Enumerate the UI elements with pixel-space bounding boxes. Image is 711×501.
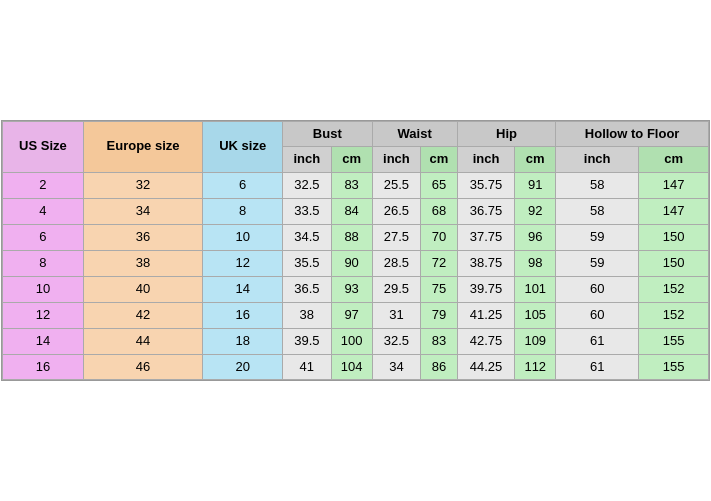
table-cell: 93 — [331, 276, 372, 302]
table-cell: 38 — [283, 302, 332, 328]
table-cell: 39.5 — [283, 328, 332, 354]
table-cell: 8 — [203, 199, 283, 225]
table-body: 232632.58325.56535.759158147434833.58426… — [3, 173, 709, 380]
table-cell: 34 — [83, 199, 203, 225]
table-cell: 112 — [515, 354, 556, 380]
table-cell: 92 — [515, 199, 556, 225]
size-chart-wrapper: US Size Europe size UK size Bust Waist H… — [1, 120, 710, 382]
waist-inch-header: inch — [372, 147, 421, 173]
table-cell: 101 — [515, 276, 556, 302]
table-cell: 16 — [203, 302, 283, 328]
table-cell: 83 — [421, 328, 457, 354]
table-cell: 32.5 — [372, 328, 421, 354]
table-cell: 28.5 — [372, 251, 421, 277]
table-cell: 155 — [639, 354, 709, 380]
col-header-eu: Europe size — [83, 121, 203, 173]
table-row: 232632.58325.56535.759158147 — [3, 173, 709, 199]
table-cell: 26.5 — [372, 199, 421, 225]
table-cell: 152 — [639, 276, 709, 302]
table-cell: 150 — [639, 251, 709, 277]
table-cell: 100 — [331, 328, 372, 354]
table-cell: 58 — [556, 199, 639, 225]
table-cell: 10 — [203, 225, 283, 251]
table-cell: 60 — [556, 302, 639, 328]
table-cell: 68 — [421, 199, 457, 225]
table-cell: 8 — [3, 251, 84, 277]
table-cell: 14 — [203, 276, 283, 302]
table-cell: 35.75 — [457, 173, 515, 199]
table-cell: 84 — [331, 199, 372, 225]
table-cell: 59 — [556, 251, 639, 277]
table-cell: 29.5 — [372, 276, 421, 302]
table-cell: 88 — [331, 225, 372, 251]
table-cell: 37.75 — [457, 225, 515, 251]
col-header-waist: Waist — [372, 121, 457, 147]
table-row: 6361034.58827.57037.759659150 — [3, 225, 709, 251]
htf-inch-header: inch — [556, 147, 639, 173]
col-header-us: US Size — [3, 121, 84, 173]
table-cell: 152 — [639, 302, 709, 328]
col-header-htf: Hollow to Floor — [556, 121, 709, 147]
table-row: 1242163897317941.2510560152 — [3, 302, 709, 328]
table-cell: 4 — [3, 199, 84, 225]
table-cell: 105 — [515, 302, 556, 328]
table-row: 10401436.59329.57539.7510160152 — [3, 276, 709, 302]
table-cell: 72 — [421, 251, 457, 277]
col-header-uk: UK size — [203, 121, 283, 173]
table-cell: 90 — [331, 251, 372, 277]
table-cell: 109 — [515, 328, 556, 354]
table-cell: 147 — [639, 173, 709, 199]
table-cell: 38 — [83, 251, 203, 277]
table-cell: 44 — [83, 328, 203, 354]
table-cell: 97 — [331, 302, 372, 328]
waist-cm-header: cm — [421, 147, 457, 173]
table-row: 434833.58426.56836.759258147 — [3, 199, 709, 225]
table-cell: 91 — [515, 173, 556, 199]
table-cell: 38.75 — [457, 251, 515, 277]
table-cell: 96 — [515, 225, 556, 251]
table-cell: 6 — [203, 173, 283, 199]
htf-cm-header: cm — [639, 147, 709, 173]
table-cell: 83 — [331, 173, 372, 199]
table-cell: 98 — [515, 251, 556, 277]
bust-cm-header: cm — [331, 147, 372, 173]
table-cell: 44.25 — [457, 354, 515, 380]
table-cell: 34 — [372, 354, 421, 380]
table-row: 16462041104348644.2511261155 — [3, 354, 709, 380]
table-cell: 59 — [556, 225, 639, 251]
table-cell: 41 — [283, 354, 332, 380]
col-header-bust: Bust — [283, 121, 373, 147]
header-row: US Size Europe size UK size Bust Waist H… — [3, 121, 709, 147]
table-cell: 41.25 — [457, 302, 515, 328]
table-cell: 27.5 — [372, 225, 421, 251]
table-cell: 42 — [83, 302, 203, 328]
table-cell: 147 — [639, 199, 709, 225]
table-cell: 104 — [331, 354, 372, 380]
table-cell: 20 — [203, 354, 283, 380]
table-cell: 10 — [3, 276, 84, 302]
table-cell: 65 — [421, 173, 457, 199]
table-cell: 46 — [83, 354, 203, 380]
table-cell: 12 — [203, 251, 283, 277]
table-cell: 61 — [556, 354, 639, 380]
table-cell: 79 — [421, 302, 457, 328]
table-row: 14441839.510032.58342.7510961155 — [3, 328, 709, 354]
table-cell: 14 — [3, 328, 84, 354]
table-cell: 150 — [639, 225, 709, 251]
table-cell: 40 — [83, 276, 203, 302]
table-cell: 36.5 — [283, 276, 332, 302]
col-header-hip: Hip — [457, 121, 556, 147]
table-cell: 86 — [421, 354, 457, 380]
table-cell: 42.75 — [457, 328, 515, 354]
table-cell: 6 — [3, 225, 84, 251]
table-cell: 60 — [556, 276, 639, 302]
table-cell: 39.75 — [457, 276, 515, 302]
table-cell: 58 — [556, 173, 639, 199]
table-cell: 61 — [556, 328, 639, 354]
table-cell: 155 — [639, 328, 709, 354]
table-cell: 2 — [3, 173, 84, 199]
table-cell: 25.5 — [372, 173, 421, 199]
table-cell: 36.75 — [457, 199, 515, 225]
table-cell: 32.5 — [283, 173, 332, 199]
table-cell: 31 — [372, 302, 421, 328]
